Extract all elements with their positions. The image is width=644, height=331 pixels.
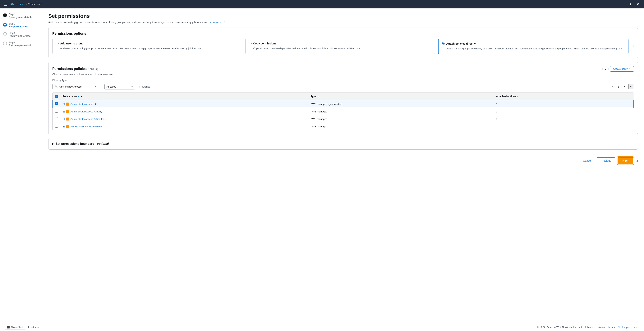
- sort-attached-icon: ▼: [517, 95, 519, 97]
- policies-table: Policy name ↗ ▲ Type ▼: [52, 92, 634, 130]
- sort-type-icon: ▼: [317, 95, 319, 97]
- th-type[interactable]: Type ▼: [308, 93, 494, 100]
- step-1-num: Step 1: [9, 13, 32, 16]
- step-3: Step 3 Review and create: [3, 32, 39, 37]
- clear-search-button[interactable]: ✕: [94, 85, 97, 88]
- breadcrumb-users[interactable]: Users: [18, 3, 25, 6]
- policies-count: (1/1314): [88, 67, 98, 70]
- policy-icon-1: 🟧: [66, 102, 70, 105]
- td-checkbox-1[interactable]: [53, 100, 60, 108]
- hamburger-menu[interactable]: [3, 2, 8, 6]
- terms-link[interactable]: Terms: [608, 326, 615, 329]
- table-settings-button[interactable]: ⚙: [628, 84, 634, 89]
- policies-desc: Choose one or more policies to attach to…: [52, 73, 634, 76]
- type-filter-dropdown[interactable]: All types AWS managed Job function Custo…: [104, 84, 135, 89]
- top-nav-right: ℹ ⚙: [628, 1, 641, 7]
- create-policy-button[interactable]: Create policy ↗: [610, 66, 634, 72]
- next-button[interactable]: Next: [618, 157, 633, 164]
- policy-link-2[interactable]: AdministratorAccess-Amplify: [70, 110, 102, 113]
- badge-3: 3: [636, 159, 638, 162]
- td-checkbox-4[interactable]: [53, 123, 60, 130]
- prev-page-button[interactable]: ‹: [610, 84, 615, 89]
- td-checkbox-2[interactable]: [53, 108, 60, 115]
- policies-section-header: Permissions policies (1/1314) ↻ Create p…: [52, 66, 634, 72]
- step-1-label: Specify user details: [9, 16, 32, 18]
- perm-option-copy-header: Copy permissions: [248, 42, 432, 45]
- badge-2: 2: [95, 102, 96, 105]
- perm-option-direct[interactable]: Attach policies directly Attach a manage…: [438, 39, 628, 54]
- terminal-icon: ⬛: [7, 326, 10, 329]
- policy-link-4[interactable]: AWSAuditManagerAdministra...: [70, 125, 106, 128]
- step-2-indicator: [3, 23, 7, 27]
- step-2-num: Step 2: [9, 22, 28, 25]
- step-2-label: Set permissions: [9, 25, 28, 28]
- policy-link-3[interactable]: AdministratorAccess-AWSElas...: [70, 118, 106, 120]
- permissions-options-card: Permissions options Add user to group Ad…: [48, 27, 638, 58]
- perm-radio-copy[interactable]: [248, 42, 252, 45]
- cloudshell-button[interactable]: ⬛ CloudShell: [4, 325, 25, 330]
- page-subtitle: Add user to an existing group or create …: [48, 21, 638, 24]
- td-type-2: AWS managed: [308, 108, 494, 115]
- step-2: Step 2 Set permissions: [3, 22, 39, 28]
- permissions-boundary-toggle[interactable]: ▶ Set permissions boundary - optional: [52, 142, 634, 146]
- perm-radio-direct[interactable]: [442, 42, 445, 45]
- cookie-link[interactable]: Cookie preferences: [618, 326, 640, 329]
- row-checkbox-2[interactable]: [55, 110, 58, 113]
- row-checkbox-3[interactable]: [55, 117, 58, 120]
- search-input[interactable]: [59, 85, 93, 88]
- filter-select[interactable]: All types AWS managed Job function Custo…: [104, 84, 135, 89]
- step-3-indicator: [3, 32, 7, 36]
- select-all-checkbox[interactable]: [55, 95, 58, 98]
- search-icon: 🔍: [54, 85, 58, 88]
- feedback-link[interactable]: Feedback: [28, 326, 39, 329]
- table-row: ⊞ 🟧 AWSAuditManagerAdministra... AWS man…: [53, 123, 634, 130]
- perm-label-copy: Copy permissions: [253, 42, 276, 45]
- td-attached-2: 0: [494, 108, 634, 115]
- breadcrumb-iam[interactable]: IAM: [10, 3, 14, 6]
- next-page-button[interactable]: ›: [622, 84, 627, 89]
- th-attached-label: Attached entities: [496, 95, 516, 98]
- policy-link-1[interactable]: AdministratorAccess: [70, 103, 93, 105]
- td-attached-1: 1: [494, 100, 634, 108]
- row-checkbox-1[interactable]: [55, 102, 58, 105]
- info-icon[interactable]: ℹ: [628, 1, 633, 7]
- search-box[interactable]: 🔍 ✕: [52, 84, 102, 89]
- perm-option-group[interactable]: Add user to group Add user to an existin…: [52, 39, 242, 54]
- settings-icon[interactable]: ⚙: [636, 1, 641, 7]
- td-type-3: AWS managed: [308, 115, 494, 123]
- previous-button[interactable]: Previous: [597, 157, 615, 164]
- privacy-link[interactable]: Privacy: [597, 326, 605, 329]
- step-3-info: Step 3 Review and create: [9, 32, 30, 37]
- main-layout: Step 1 Specify user details Step 2 Set p…: [0, 8, 644, 323]
- th-attached[interactable]: Attached entities ▼: [494, 93, 634, 100]
- sort-type[interactable]: Type ▼: [311, 95, 492, 98]
- sort-policy-name[interactable]: Policy name ↗ ▲: [63, 95, 306, 98]
- expand-icon-3[interactable]: ⊞: [63, 117, 65, 120]
- step-3-num: Step 3: [9, 32, 30, 34]
- row-checkbox-4[interactable]: [55, 125, 58, 128]
- learn-more-link[interactable]: Learn more ↗: [209, 21, 226, 24]
- perm-option-copy[interactable]: Copy permissions Copy all group membersh…: [245, 39, 435, 54]
- td-attached-4: 0: [494, 123, 634, 130]
- perm-desc-copy: Copy all group memberships, attached man…: [248, 46, 432, 50]
- td-policy-1: ⊞ 🟧 AdministratorAccess 2: [60, 100, 308, 108]
- refresh-button[interactable]: ↻: [602, 66, 608, 72]
- td-policy-4: ⊞ 🟧 AWSAuditManagerAdministra...: [60, 123, 308, 130]
- expand-icon-4[interactable]: ⊞: [63, 125, 65, 128]
- td-checkbox-3[interactable]: [53, 115, 60, 123]
- table-row: ⊞ 🟧 AdministratorAccess-Amplify AWS mana…: [53, 108, 634, 115]
- table-row: ⊞ 🟧 AdministratorAccess-AWSElas... AWS m…: [53, 115, 634, 123]
- step-3-label: Review and create: [9, 34, 30, 37]
- perm-option-group-header: Add user to group: [56, 42, 239, 45]
- th-type-label: Type: [311, 95, 316, 98]
- th-policy-name[interactable]: Policy name ↗ ▲: [60, 93, 308, 100]
- expand-icon-2[interactable]: ⊞: [63, 110, 65, 113]
- filter-by-type-label: Filter by Type: [52, 79, 67, 82]
- perm-label-direct: Attach policies directly: [446, 42, 476, 45]
- cancel-button[interactable]: Cancel: [580, 158, 594, 164]
- expand-icon-1[interactable]: ⊞: [63, 102, 65, 105]
- td-type-1: AWS managed - job function: [308, 100, 494, 108]
- perm-radio-group[interactable]: [56, 42, 59, 45]
- step-1-indicator: [3, 13, 7, 17]
- sort-attached[interactable]: Attached entities ▼: [496, 95, 631, 98]
